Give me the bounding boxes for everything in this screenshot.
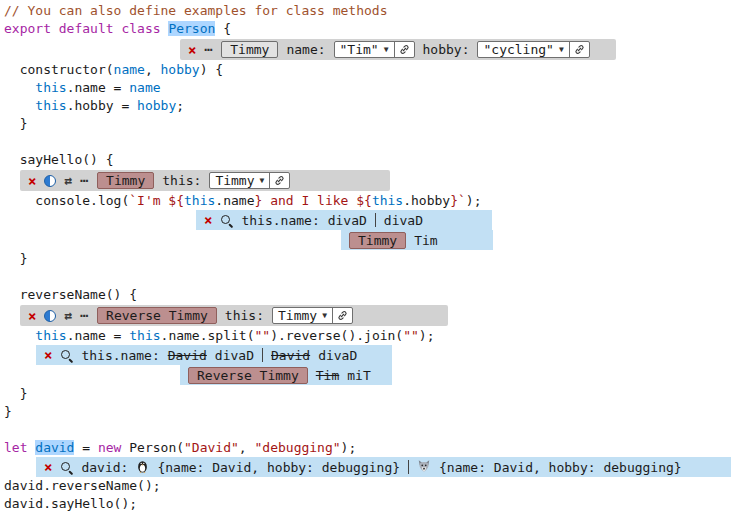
swap-icon[interactable]: ⇄ (64, 174, 72, 187)
link-icon[interactable] (269, 173, 289, 188)
plain-token: ); (419, 328, 435, 343)
code-line: } (4, 115, 749, 133)
example-result-value: Tim (414, 233, 437, 248)
dropdown-value: Timmy (278, 308, 317, 323)
link-icon[interactable] (394, 42, 414, 57)
plain-token: , (239, 440, 255, 455)
dropdown-main[interactable]: "cycling"▼ (478, 42, 568, 57)
keyword-token: let (4, 440, 35, 455)
close-icon[interactable]: × (44, 460, 52, 474)
plain-token: .name = (67, 328, 130, 343)
probe-value: divaD (384, 213, 423, 228)
more-icon[interactable]: ⋯ (80, 174, 89, 187)
blank-line (4, 421, 749, 439)
dropdown-main[interactable]: Timmy▼ (210, 173, 269, 188)
link-icon[interactable] (332, 308, 352, 323)
close-icon[interactable]: × (188, 43, 196, 57)
probe-result-row: × this.name: David divaD David divaD (36, 345, 392, 365)
keyword-token: new (98, 440, 121, 455)
name-dropdown[interactable]: "Tim"▼ (334, 41, 415, 58)
more-icon[interactable]: ⋯ (204, 43, 213, 56)
string-token: "" (254, 328, 270, 343)
link-icon[interactable] (569, 42, 589, 57)
example-tab-timmy[interactable]: Timmy (221, 41, 278, 58)
example-tab-reverse-timmy[interactable]: Reverse Timmy (97, 307, 217, 324)
dropdown-main[interactable]: Timmy▼ (273, 308, 332, 323)
dropdown-value: Timmy (215, 173, 254, 188)
search-icon (220, 214, 233, 227)
close-icon[interactable]: × (44, 348, 52, 362)
this-token: this (129, 328, 160, 343)
dropdown-main[interactable]: "Tim"▼ (335, 42, 394, 57)
plain-token: Person( (121, 440, 184, 455)
close-icon[interactable]: × (28, 309, 36, 323)
code-line: // You can also define examples for clas… (4, 2, 749, 20)
toggle-icon[interactable] (44, 310, 56, 322)
hobby-dropdown[interactable]: "cycling"▼ (477, 41, 589, 58)
probe-label: david: (81, 460, 128, 475)
plain-token: { (215, 21, 231, 36)
code-line: } (4, 385, 749, 403)
plain-token: ) { (200, 62, 223, 77)
plain-token: constructor( (4, 62, 114, 77)
probe-value: divaD (215, 348, 254, 363)
plain-token: sayHello() { (4, 152, 114, 167)
probe-result-row: × david: {name: David, hobby: debugging}… (36, 457, 731, 477)
example-tab-reverse-timmy[interactable]: Reverse Timmy (188, 367, 308, 384)
code-line: } (4, 250, 749, 268)
this-dropdown[interactable]: Timmy▼ (272, 307, 353, 324)
plain-token: .hobby (403, 193, 450, 208)
variable-token: name (129, 80, 160, 95)
plain-token: } (4, 386, 27, 401)
example-result-row: Reverse Timmy Tim miT (180, 365, 392, 385)
code-line: console.log(`I'm ${this.name} and I like… (4, 192, 749, 210)
chevron-down-icon: ▼ (322, 311, 327, 320)
example-result-value: miT (347, 368, 370, 383)
close-icon[interactable]: × (204, 213, 212, 227)
string-token: "David" (184, 440, 239, 455)
this-token: this (372, 193, 403, 208)
dropdown-value: "cycling" (483, 42, 553, 57)
plain-token: ); (466, 193, 482, 208)
value-separator (375, 213, 376, 227)
more-icon[interactable]: ⋯ (80, 309, 89, 322)
indent (4, 80, 35, 95)
plain-token: , (145, 62, 161, 77)
search-icon (60, 461, 73, 474)
sayhello-example-widget: × ⇄ ⋯ Timmy this: Timmy▼ (20, 170, 390, 191)
plain-token: .name (215, 193, 254, 208)
code-line: this.hobby = hobby; (4, 97, 749, 115)
this-token: this (184, 193, 215, 208)
string-token: "debugging" (255, 440, 341, 455)
close-icon[interactable]: × (28, 174, 36, 188)
dropdown-value: "Tim" (340, 42, 379, 57)
code-line: export default class Person { (4, 20, 749, 38)
example-result-row: Timmy Tim (341, 230, 493, 250)
code-line: reverseName() { (4, 286, 749, 304)
this-dropdown[interactable]: Timmy▼ (209, 172, 290, 189)
penguin-icon (136, 459, 149, 476)
code-line: let david = new Person("David", "debuggi… (4, 439, 749, 457)
this-token: this (35, 80, 66, 95)
probe-value: {name: David, hobby: debugging} (157, 460, 400, 475)
toggle-icon[interactable] (44, 175, 56, 187)
example-tab-timmy[interactable]: Timmy (97, 172, 154, 189)
chevron-down-icon: ▼ (384, 45, 389, 54)
search-icon (60, 349, 73, 362)
probe-old-value: David (168, 348, 207, 363)
person-examples-widget: × ⋯ Timmy name: "Tim"▼ hobby: "cycling"▼ (180, 39, 616, 60)
reversename-example-widget: × ⇄ ⋯ Reverse Timmy this: Timmy▼ (20, 305, 448, 326)
plain-token: } (4, 404, 12, 419)
probe-old-value: David (271, 348, 310, 363)
plain-token: david.sayHello(); (4, 496, 137, 511)
keyword-token: export default class (4, 21, 168, 36)
plain-token: .hobby = (67, 98, 137, 113)
plain-token: console.log( (4, 193, 129, 208)
blank-line (4, 268, 749, 286)
probe-value: divaD (328, 213, 367, 228)
probe-label: this.name: (241, 213, 319, 228)
example-tab-timmy[interactable]: Timmy (349, 232, 406, 249)
swap-icon[interactable]: ⇄ (64, 309, 72, 322)
variable-token: david (35, 440, 74, 455)
indent (4, 98, 35, 113)
